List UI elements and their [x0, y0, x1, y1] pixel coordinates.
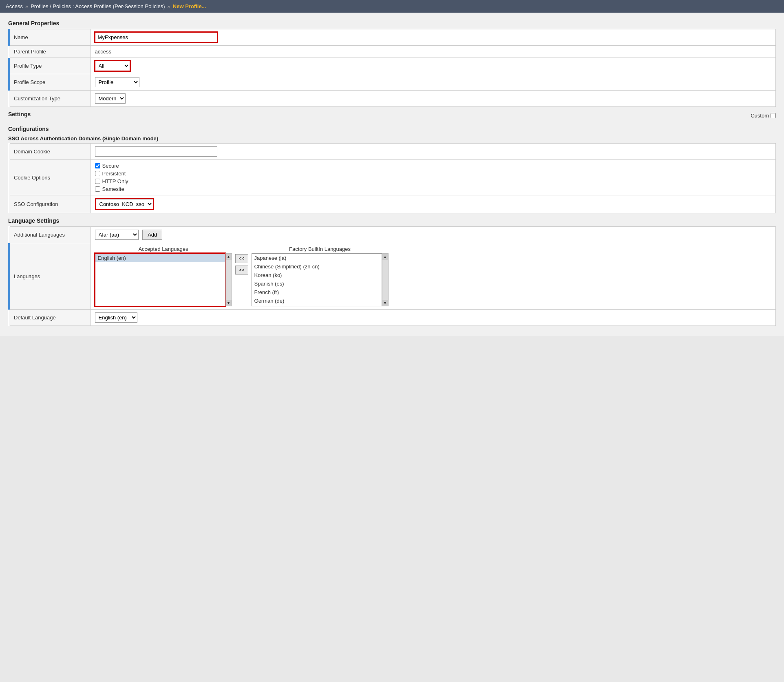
sso-config-wrapper: Contoso_KCD_sso None Other	[95, 198, 154, 210]
sso-config-value-cell: Contoso_KCD_sso None Other	[91, 195, 776, 213]
samesite-checkbox[interactable]	[95, 186, 100, 192]
cookie-options-row: Cookie Options Secure Persistent HTTP On…	[9, 160, 776, 195]
customization-type-label: Customization Type	[9, 91, 91, 107]
name-value-cell	[91, 29, 776, 46]
sso-config-label: SSO Configuration	[9, 195, 91, 213]
factory-scroll-down[interactable]: ▼	[382, 300, 388, 306]
http-only-checkbox[interactable]	[95, 179, 100, 184]
accepted-languages-list[interactable]: English (en)	[95, 253, 225, 306]
factory-scroll-thumb	[382, 260, 388, 300]
nav-current: New Profile...	[173, 3, 206, 9]
secure-label: Secure	[102, 163, 119, 169]
custom-checkbox[interactable]	[771, 113, 776, 118]
move-left-button[interactable]: <<	[235, 254, 248, 263]
sso-config-select[interactable]: Contoso_KCD_sso None Other	[96, 199, 153, 209]
accepted-languages-header: Accepted Languages	[95, 246, 232, 252]
default-language-label: Default Language	[9, 310, 91, 326]
profile-scope-value-cell: Profile Named Virtual Server	[91, 74, 776, 91]
factory-scroll-up[interactable]: ▲	[382, 254, 388, 260]
profile-type-select[interactable]: All LTM SSL-VPN Modern	[95, 61, 130, 71]
settings-row: Settings Custom	[8, 111, 776, 120]
factory-list-with-scroll: Japanese (ja) Chinese (Simplified) (zh-c…	[252, 253, 389, 306]
general-properties-table: Name Parent Profile access Profile Type …	[8, 29, 776, 107]
sso-table: Domain Cookie Cookie Options Secure Pers…	[8, 143, 776, 213]
nav-sep1: »	[25, 3, 28, 9]
languages-value-cell: Accepted Languages English (en) ▲ ▼	[91, 243, 776, 310]
sso-config-row: SSO Configuration Contoso_KCD_sso None O…	[9, 195, 776, 213]
samesite-option[interactable]: Samesite	[95, 186, 772, 192]
top-nav: Access » Profiles / Policies : Access Pr…	[0, 0, 784, 13]
secure-checkbox[interactable]	[95, 163, 100, 168]
additional-languages-value-cell: Afar (aa) Albanian (sq) Arabic (ar) Add	[91, 227, 776, 243]
http-only-option[interactable]: HTTP Only	[95, 178, 772, 184]
language-settings-header: Language Settings	[8, 217, 776, 224]
name-input[interactable]	[95, 32, 217, 42]
additional-languages-label: Additional Languages	[9, 227, 91, 243]
secure-option[interactable]: Secure	[95, 163, 772, 169]
http-only-label: HTTP Only	[102, 178, 128, 184]
domain-cookie-label: Domain Cookie	[9, 144, 91, 160]
scroll-down-arrow[interactable]: ▼	[226, 300, 232, 306]
samesite-label: Samesite	[102, 186, 124, 192]
default-language-select[interactable]: English (en) French (fr) German (de)	[95, 312, 137, 323]
domain-cookie-input[interactable]	[95, 146, 217, 157]
scroll-thumb	[226, 260, 232, 300]
domain-cookie-row: Domain Cookie	[9, 144, 776, 160]
accepted-languages-container: Accepted Languages English (en) ▲ ▼	[95, 246, 232, 306]
additional-languages-select[interactable]: Afar (aa) Albanian (sq) Arabic (ar)	[95, 230, 139, 240]
profile-scope-row: Profile Scope Profile Named Virtual Serv…	[9, 74, 776, 91]
general-properties-header: General Properties	[8, 20, 776, 27]
persistent-label: Persistent	[102, 170, 126, 177]
accepted-list-with-scroll: English (en) ▲ ▼	[95, 253, 232, 306]
list-item[interactable]: Spanish (es)	[252, 279, 382, 288]
default-language-row: Default Language English (en) French (fr…	[9, 310, 776, 326]
scroll-up-arrow[interactable]: ▲	[226, 254, 232, 260]
name-label: Name	[9, 29, 91, 46]
languages-label: Languages	[9, 243, 91, 310]
cookie-options-value-cell: Secure Persistent HTTP Only Samesite	[91, 160, 776, 195]
profile-type-label: Profile Type	[9, 58, 91, 74]
list-item[interactable]: Chinese (Simplified) (zh-cn)	[252, 262, 382, 271]
list-item[interactable]: Japanese (ja)	[252, 254, 382, 262]
factory-languages-list[interactable]: Japanese (ja) Chinese (Simplified) (zh-c…	[252, 253, 382, 306]
custom-label: Custom	[751, 113, 769, 119]
persistent-checkbox[interactable]	[95, 171, 100, 176]
custom-checkbox-container: Custom	[751, 113, 776, 119]
factory-scrollbar: ▲ ▼	[382, 253, 389, 306]
additional-languages-row: Additional Languages Afar (aa) Albanian …	[9, 227, 776, 243]
parent-profile-row: Parent Profile access	[9, 46, 776, 58]
domain-cookie-value-cell	[91, 144, 776, 160]
add-language-button[interactable]: Add	[142, 230, 162, 240]
profile-type-value-cell: All LTM SSL-VPN Modern	[91, 58, 776, 74]
factory-languages-container: Factory BuiltIn Languages Japanese (ja) …	[252, 246, 389, 306]
language-settings-table: Additional Languages Afar (aa) Albanian …	[8, 226, 776, 326]
parent-profile-label: Parent Profile	[9, 46, 91, 58]
nav-path2: Profiles / Policies : Access Profiles (P…	[31, 3, 165, 9]
lang-lists-container: Accepted Languages English (en) ▲ ▼	[95, 246, 772, 306]
move-right-button[interactable]: >>	[235, 266, 248, 275]
list-item[interactable]: German (de)	[252, 297, 382, 305]
profile-scope-select[interactable]: Profile Named Virtual Server	[95, 77, 139, 87]
accepted-scrollbar: ▲ ▼	[225, 253, 232, 306]
customization-type-row: Customization Type Modern Legacy	[9, 91, 776, 107]
list-item[interactable]: Korean (ko)	[252, 271, 382, 279]
profile-scope-label: Profile Scope	[9, 74, 91, 91]
nav-sep2: »	[168, 3, 170, 9]
main-content: General Properties Name Parent Profile a…	[0, 13, 784, 336]
list-item[interactable]: French (fr)	[252, 288, 382, 297]
list-item[interactable]: English (en)	[95, 254, 225, 262]
default-language-value-cell: English (en) French (fr) German (de)	[91, 310, 776, 326]
customization-type-select[interactable]: Modern Legacy	[95, 93, 126, 104]
settings-header: Settings	[8, 111, 31, 117]
languages-row: Languages Accepted Languages English (en…	[9, 243, 776, 310]
configurations-header: Configurations	[8, 126, 776, 132]
lang-arrows: << >>	[235, 246, 248, 275]
nav-access: Access	[6, 3, 23, 9]
persistent-option[interactable]: Persistent	[95, 170, 772, 177]
sso-header: SSO Across Authentication Domains (Singl…	[8, 135, 776, 142]
customization-type-value-cell: Modern Legacy	[91, 91, 776, 107]
parent-profile-value: access	[91, 46, 776, 58]
cookie-options-label: Cookie Options	[9, 160, 91, 195]
profile-type-row: Profile Type All LTM SSL-VPN Modern	[9, 58, 776, 74]
factory-languages-header: Factory BuiltIn Languages	[252, 246, 389, 252]
